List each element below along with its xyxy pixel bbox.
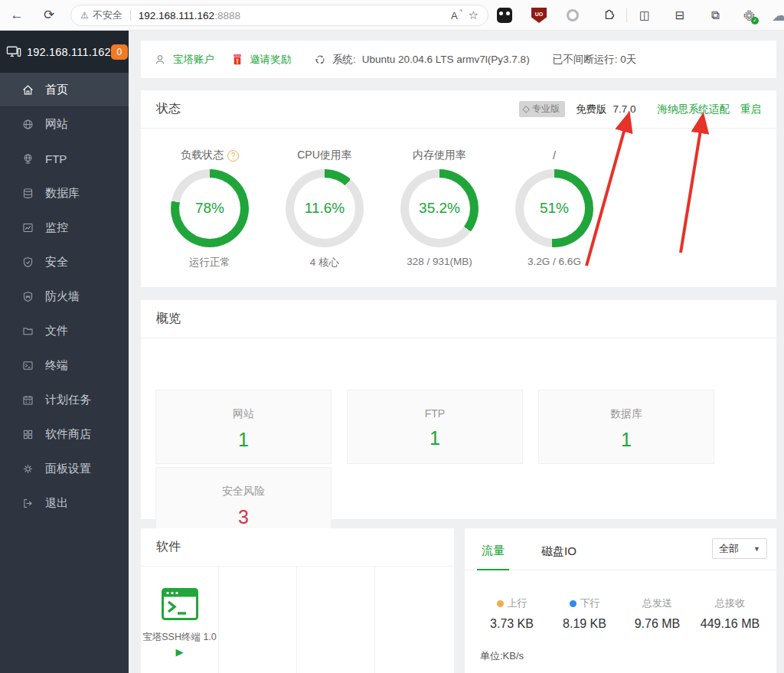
sidebar-item-files[interactable]: 文件: [0, 314, 129, 348]
sidebar-item-database[interactable]: 数据库: [0, 176, 129, 211]
overview-card-ftp[interactable]: FTP 1: [347, 390, 523, 464]
address-bar[interactable]: ⚠ 不安全 192.168.111.162 :8888 A ☆: [70, 5, 488, 26]
sidebar-item-home[interactable]: 首页: [0, 73, 129, 107]
browser-essentials-icon[interactable]: ᪥: [741, 8, 756, 23]
gauge-title: 负载状态: [181, 149, 224, 162]
sidebar-item-website[interactable]: 网站: [0, 107, 129, 142]
ssh-terminal-app-icon: [162, 588, 198, 623]
card-label: FTP: [348, 407, 522, 420]
collections-icon[interactable]: ⊟: [672, 8, 688, 23]
ubuntu-logo-icon: [314, 54, 326, 66]
interface-filter-select[interactable]: 全部 ▼: [712, 538, 767, 559]
stat-total-sent: 总发送 9.76 MB: [621, 596, 694, 631]
sidebar-server-header[interactable]: 192.168.111.162 0: [0, 31, 129, 73]
traffic-panel: 流量 磁盘IO 全部 ▼ 上行 3.73 KB 下行 8.19 KB 总发送 9…: [465, 528, 776, 673]
calendar-icon: [21, 394, 34, 407]
overview-panel: 概览 网站 1 FTP 1 数据库 1 安全风险 3: [141, 300, 776, 519]
sidebar-item-cron[interactable]: 计划任务: [0, 383, 129, 417]
tab-group-icon[interactable]: ⧉: [707, 8, 723, 23]
software-title: 软件: [156, 539, 181, 555]
stat-value: 9.76 MB: [621, 617, 694, 631]
invite-reward-link[interactable]: 邀请奖励: [250, 53, 291, 67]
sidebar-item-monitor[interactable]: 监控: [0, 211, 129, 245]
split-screen-icon[interactable]: ◫: [637, 8, 652, 23]
folder-icon: [21, 325, 34, 338]
sidebar-item-settings[interactable]: 面板设置: [0, 452, 129, 486]
read-aloud-icon[interactable]: A: [451, 10, 458, 21]
account-bar: 宝塔账户 邀请奖励 系统: Ubuntu 20.04.6 LTS armv7l(…: [141, 41, 776, 78]
security-label[interactable]: 不安全: [93, 8, 122, 22]
app-name: 宝塔SSH终端 1.0: [142, 631, 217, 644]
gauge-root-disk: / 51% 3.2G / 6.6G: [513, 149, 596, 270]
sidebar-item-firewall[interactable]: 防火墙: [0, 279, 129, 314]
software-app-ssh-terminal[interactable]: 宝塔SSH终端 1.0 ▶: [141, 567, 219, 673]
ublock-extension-icon[interactable]: UO: [531, 8, 547, 23]
tab-disk-io[interactable]: 磁盘IO: [537, 544, 581, 570]
load-ring-chart: 78%: [171, 169, 249, 247]
software-panel: 软件 宝塔SSH终端 1.0 ▶: [141, 528, 454, 673]
bt-account-link[interactable]: 宝塔账户: [173, 53, 214, 67]
sidebar-item-appstore[interactable]: 软件商店: [0, 417, 129, 452]
extensions-puzzle-icon[interactable]: [602, 8, 617, 23]
software-empty-cell: [297, 567, 375, 673]
pro-version-badge[interactable]: ◇ 专业版: [519, 101, 565, 117]
stat-upstream: 上行 3.73 KB: [475, 596, 548, 631]
edition-label: 免费版: [576, 103, 607, 116]
overview-card-website[interactable]: 网站 1: [155, 390, 332, 464]
gauge-sub-label[interactable]: 3.2G / 6.6G: [528, 256, 581, 267]
hinas-adapt-link[interactable]: 海纳思系统适配: [658, 103, 730, 116]
cpu-ring-chart: 11.6%: [286, 169, 364, 247]
database-icon: [21, 187, 34, 200]
help-icon[interactable]: ?: [227, 150, 239, 162]
ftp-icon: [21, 152, 34, 165]
sidebar: 192.168.111.162 0 首页 网站 FTP 数据库 监控: [0, 31, 129, 673]
darkreader-extension-icon[interactable]: [497, 8, 512, 23]
home-icon: [21, 83, 34, 96]
restart-link[interactable]: 重启: [740, 103, 761, 116]
software-empty-cell: [219, 567, 297, 673]
url-port[interactable]: :8888: [214, 10, 240, 21]
gauge-sub-label[interactable]: 4 核心: [310, 256, 339, 270]
filter-value: 全部: [719, 542, 739, 556]
notice-badge[interactable]: 0: [111, 44, 128, 60]
gauge-title: CPU使用率: [297, 149, 352, 162]
globe-icon: [21, 118, 34, 131]
refresh-icon[interactable]: ⟳: [40, 6, 58, 25]
sidebar-item-label: 终端: [45, 358, 68, 373]
gauge-cpu: CPU使用率 11.6% 4 核心: [283, 149, 366, 270]
sidebar-item-logout[interactable]: 退出: [0, 486, 129, 521]
back-icon[interactable]: ←: [8, 6, 26, 25]
system-value: Ubuntu 20.04.6 LTS armv7l(Py3.7.8): [362, 54, 530, 65]
url-host[interactable]: 192.168.111.162: [139, 10, 214, 21]
stat-value: 8.19 KB: [548, 617, 621, 631]
uptime-text: 已不间断运行: 0天: [553, 53, 637, 67]
server-ip: 192.168.111.162: [27, 46, 111, 58]
card-value: 1: [348, 427, 522, 449]
gauge-value: 11.6%: [286, 169, 364, 247]
stat-value: 449.16 MB: [694, 617, 766, 631]
traffic-stats: 上行 3.73 KB 下行 8.19 KB 总发送 9.76 MB 总接收 44…: [465, 570, 776, 631]
version-number: 7.7.0: [612, 103, 635, 115]
status-panel: 状态 ◇ 专业版 免费版 7.7.0 海纳思系统适配 重启 负载状态? 78% …: [141, 90, 776, 287]
card-label: 安全风险: [156, 485, 331, 498]
gauge-sub-label: 运行正常: [189, 256, 230, 270]
app-start-icon[interactable]: ▶: [176, 646, 184, 658]
overview-card-database[interactable]: 数据库 1: [538, 390, 714, 464]
shield-check-icon: [21, 256, 34, 269]
extension-ring-icon[interactable]: [567, 9, 579, 21]
sidebar-item-terminal[interactable]: 终端: [0, 348, 129, 383]
stat-value: 3.73 KB: [475, 617, 548, 631]
software-empty-cell: [375, 567, 453, 673]
tab-traffic[interactable]: 流量: [477, 544, 509, 570]
cloud-icon[interactable]: ☁: [772, 8, 784, 23]
logout-icon: [21, 497, 34, 510]
downstream-dot-icon: [570, 600, 577, 607]
sidebar-item-label: FTP: [45, 152, 67, 165]
gauge-value: 78%: [171, 169, 249, 247]
sidebar-item-ftp[interactable]: FTP: [0, 142, 129, 176]
divider: [130, 10, 131, 21]
favorite-star-icon[interactable]: ☆: [469, 8, 479, 22]
sidebar-item-label: 安全: [45, 255, 68, 270]
gauge-sub-label[interactable]: 328 / 931(MB): [407, 256, 472, 267]
sidebar-item-security[interactable]: 安全: [0, 245, 129, 279]
